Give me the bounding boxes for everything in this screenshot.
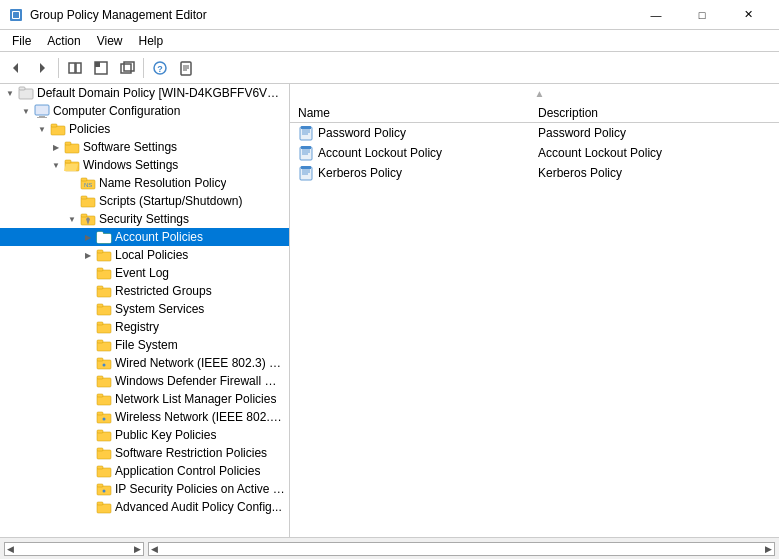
svg-rect-47 (97, 322, 103, 325)
svg-rect-56 (97, 394, 103, 397)
info-button[interactable] (174, 56, 198, 80)
scroll-left-arrow[interactable]: ◀ (7, 544, 14, 554)
forward-button[interactable] (30, 56, 54, 80)
tree-item-system-services[interactable]: System Services (0, 300, 289, 318)
svg-rect-69 (97, 504, 111, 513)
column-description[interactable]: Description (538, 106, 779, 120)
tree-label-wireless-network: Wireless Network (IEEE 802.11)... (115, 410, 285, 424)
tree-item-ip-security[interactable]: IP Security Policies on Active D... (0, 480, 289, 498)
left-scrollbar[interactable]: ◀ ▶ (4, 542, 144, 556)
folder-icon-windows-firewall (96, 373, 112, 389)
right-scrollbar[interactable]: ◀ ▶ (148, 542, 775, 556)
expand-windows-settings[interactable]: ▼ (48, 157, 64, 173)
maximize-button[interactable]: □ (679, 0, 725, 30)
svg-rect-48 (97, 342, 111, 351)
column-name[interactable]: Name (298, 106, 538, 120)
expand-computer[interactable]: ▼ (18, 103, 34, 119)
right-pane[interactable]: ▲ Name Description Password PolicyPasswo… (290, 84, 779, 537)
svg-rect-70 (97, 502, 103, 505)
back-button[interactable] (4, 56, 28, 80)
tree-label-software-restriction: Software Restriction Policies (115, 446, 267, 460)
folder-icon-name-resolution: NS (80, 175, 96, 191)
help-button[interactable]: ? (148, 56, 172, 80)
svg-rect-41 (97, 268, 103, 271)
main-content: ▼ Default Domain Policy [WIN-D4KGBFFV6V4… (0, 84, 779, 537)
expand-root[interactable]: ▼ (2, 85, 18, 101)
expand-local-policies[interactable]: ▶ (80, 247, 96, 263)
tree-item-public-key[interactable]: Public Key Policies (0, 426, 289, 444)
tree-item-local-policies[interactable]: ▶ Local Policies (0, 246, 289, 264)
folder-icon-account-policies (96, 229, 112, 245)
tree-item-windows-firewall[interactable]: Windows Defender Firewall wit... (0, 372, 289, 390)
menu-view[interactable]: View (89, 32, 131, 50)
scroll-right-arrow2[interactable]: ▶ (765, 544, 772, 554)
tree-label-registry: Registry (115, 320, 159, 334)
tree-item-security-settings[interactable]: ▼ Security Settings (0, 210, 289, 228)
window-controls[interactable]: — □ ✕ (633, 0, 771, 30)
expand-account-policies[interactable]: ▶ (80, 229, 96, 245)
tree-item-name-resolution[interactable]: NS Name Resolution Policy (0, 174, 289, 192)
svg-marker-3 (13, 63, 18, 73)
tree-item-windows-settings[interactable]: ▼ Windows Settings (0, 156, 289, 174)
minimize-button[interactable]: — (633, 0, 679, 30)
svg-rect-43 (97, 286, 103, 289)
status-bar: ◀ ▶ ◀ ▶ (0, 537, 779, 559)
tree-item-registry[interactable]: Registry (0, 318, 289, 336)
expand-policies[interactable]: ▼ (34, 121, 50, 137)
tree-item-software-restriction[interactable]: Software Restriction Policies (0, 444, 289, 462)
tree-computer-config[interactable]: ▼ Computer Configuration (0, 102, 289, 120)
tree-item-application-control[interactable]: Application Control Policies (0, 462, 289, 480)
tree-item-restricted-groups[interactable]: Restricted Groups (0, 282, 289, 300)
tree-policies[interactable]: ▼ Policies (0, 120, 289, 138)
close-button[interactable]: ✕ (725, 0, 771, 30)
tree-item-network-list[interactable]: Network List Manager Policies (0, 390, 289, 408)
svg-rect-85 (301, 166, 311, 169)
tree-item-event-log[interactable]: Event Log (0, 264, 289, 282)
folder-icon-software-settings (64, 139, 80, 155)
title-bar: Group Policy Management Editor — □ ✕ (0, 0, 779, 30)
svg-rect-67 (97, 484, 103, 487)
tree-item-advanced-audit[interactable]: Advanced Audit Policy Config... (0, 498, 289, 516)
svg-rect-21 (37, 117, 47, 118)
app-title: Group Policy Management Editor (30, 8, 633, 22)
tree-item-wireless-network[interactable]: Wireless Network (IEEE 802.11)... (0, 408, 289, 426)
tree-item-account-policies[interactable]: ▶ Account Policies (0, 228, 289, 246)
new-window-button[interactable] (115, 56, 139, 80)
list-item[interactable]: Account Lockout PolicyAccount Lockout Po… (290, 143, 779, 163)
scroll-right-arrow[interactable]: ▶ (134, 544, 141, 554)
scroll-left-arrow2[interactable]: ◀ (151, 544, 158, 554)
folder-icon-restricted-groups (96, 283, 112, 299)
folder-icon-file-system (96, 337, 112, 353)
menu-file[interactable]: File (4, 32, 39, 50)
view-button[interactable] (89, 56, 113, 80)
svg-rect-45 (97, 304, 103, 307)
show-hide-button[interactable] (63, 56, 87, 80)
toolbar: ? (0, 52, 779, 84)
tree-item-software-settings[interactable]: ▶ Software Settings (0, 138, 289, 156)
svg-rect-49 (97, 340, 103, 343)
expand-security-settings[interactable]: ▼ (64, 211, 80, 227)
list-item[interactable]: Password PolicyPassword Policy (290, 123, 779, 143)
tree-pane[interactable]: ▼ Default Domain Policy [WIN-D4KGBFFV6V4… (0, 84, 290, 537)
tree-label-event-log: Event Log (115, 266, 169, 280)
menu-action[interactable]: Action (39, 32, 88, 50)
policy-icon (298, 145, 314, 161)
svg-rect-40 (97, 270, 111, 279)
svg-text:NS: NS (84, 182, 92, 188)
svg-point-52 (103, 364, 106, 367)
tree-label-restricted-groups: Restricted Groups (115, 284, 212, 298)
folder-icon-security-settings (80, 211, 96, 227)
svg-rect-22 (51, 126, 65, 135)
svg-rect-27 (65, 160, 71, 163)
list-item[interactable]: Kerberos PolicyKerberos Policy (290, 163, 779, 183)
svg-rect-2 (13, 12, 19, 18)
menu-help[interactable]: Help (131, 32, 172, 50)
tree-label-application-control: Application Control Policies (115, 464, 260, 478)
tree-label-file-system: File System (115, 338, 178, 352)
tree-item-wired-network[interactable]: Wired Network (IEEE 802.3) Pol... (0, 354, 289, 372)
tree-item-file-system[interactable]: File System (0, 336, 289, 354)
expand-software-settings[interactable]: ▶ (48, 139, 64, 155)
tree-item-scripts[interactable]: Scripts (Startup/Shutdown) (0, 192, 289, 210)
tree-root[interactable]: ▼ Default Domain Policy [WIN-D4KGBFFV6V4… (0, 84, 289, 102)
folder-icon-local-policies (96, 247, 112, 263)
